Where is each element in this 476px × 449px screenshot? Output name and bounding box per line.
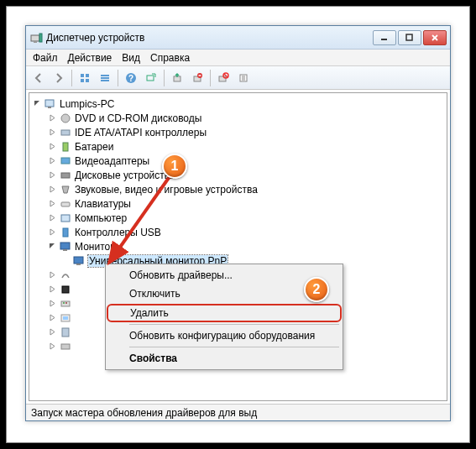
toolbar-update-driver-icon[interactable] <box>168 69 186 87</box>
svg-rect-0 <box>31 35 39 41</box>
expand-icon[interactable] <box>48 342 56 351</box>
close-button[interactable] <box>423 30 447 45</box>
svg-rect-44 <box>63 302 65 304</box>
toolbar-scan-icon[interactable] <box>142 69 160 87</box>
toolbar-forward[interactable] <box>50 69 68 87</box>
monitor-icon <box>72 254 86 268</box>
svg-rect-40 <box>74 257 83 264</box>
expand-icon[interactable] <box>48 314 56 322</box>
tree-item[interactable]: IDE ATA/ATAPI контроллеры <box>75 127 207 138</box>
tree-item[interactable]: Компьютер <box>75 212 127 224</box>
collapse-icon[interactable] <box>33 100 41 108</box>
device-category-icon <box>59 240 72 253</box>
svg-rect-1 <box>34 41 37 43</box>
device-category-icon <box>59 311 72 325</box>
device-category-icon <box>59 126 72 139</box>
tree-item[interactable]: Контроллеры USB <box>75 227 161 238</box>
svg-rect-29 <box>48 107 51 108</box>
svg-rect-49 <box>61 344 70 349</box>
svg-rect-32 <box>63 143 68 151</box>
window-title: Диспетчер устройств <box>46 32 373 44</box>
svg-rect-35 <box>61 202 70 206</box>
menu-help[interactable]: Справка <box>150 52 190 64</box>
expand-icon[interactable] <box>48 114 56 123</box>
status-bar: Запуск мастера обновления драйверов для … <box>26 404 450 420</box>
svg-rect-8 <box>86 74 89 77</box>
expand-icon[interactable] <box>48 171 56 180</box>
status-text: Запуск мастера обновления драйверов для … <box>31 407 257 419</box>
maximize-button[interactable] <box>398 30 421 45</box>
device-category-icon <box>59 169 72 182</box>
expand-icon[interactable] <box>48 300 56 308</box>
svg-text:?: ? <box>128 74 133 83</box>
ctx-delete[interactable]: Удалить <box>107 304 342 322</box>
expand-icon[interactable] <box>48 271 56 279</box>
ctx-properties[interactable]: Свойства <box>107 349 341 368</box>
expand-icon[interactable] <box>48 214 56 222</box>
collapse-icon[interactable] <box>48 243 56 251</box>
tree-item[interactable]: Батареи <box>75 141 113 153</box>
svg-rect-7 <box>81 74 84 77</box>
toolbar: ? <box>26 66 450 90</box>
device-manager-window: Диспетчер устройств Файл Действие Вид Сп… <box>25 25 451 421</box>
menu-view[interactable]: Вид <box>122 52 140 64</box>
toolbar-list-icon[interactable] <box>96 69 114 87</box>
device-category-icon <box>59 297 72 311</box>
device-category-icon <box>59 269 72 282</box>
device-category-icon <box>59 340 72 353</box>
svg-rect-13 <box>101 80 109 81</box>
toolbar-back[interactable] <box>29 69 48 87</box>
expand-icon[interactable] <box>48 200 56 208</box>
svg-rect-34 <box>61 173 70 178</box>
tree-item[interactable]: Клавиатуры <box>75 198 131 210</box>
device-category-icon <box>59 226 72 239</box>
device-category-icon <box>59 326 72 339</box>
toolbar-help-icon[interactable]: ? <box>122 69 140 87</box>
device-category-icon <box>59 140 72 154</box>
device-category-icon <box>59 197 72 211</box>
device-category-icon <box>59 183 72 196</box>
ctx-scan-hardware[interactable]: Обновить конфигурацию оборудования <box>107 326 341 345</box>
svg-rect-9 <box>81 79 84 82</box>
menu-action[interactable]: Действие <box>68 52 112 64</box>
svg-rect-10 <box>86 79 89 82</box>
ctx-separator <box>129 324 339 325</box>
device-category-icon <box>59 283 72 296</box>
tree-item[interactable]: Мониторы <box>75 241 123 253</box>
svg-rect-31 <box>61 130 70 135</box>
menu-file[interactable]: Файл <box>33 52 58 64</box>
app-icon <box>29 31 43 44</box>
svg-rect-47 <box>63 316 68 320</box>
svg-rect-4 <box>406 34 412 40</box>
expand-icon[interactable] <box>48 185 56 194</box>
svg-rect-28 <box>45 100 54 107</box>
toolbar-props-icon[interactable] <box>234 69 253 87</box>
expand-icon[interactable] <box>48 328 56 337</box>
device-tree[interactable]: Lumpics-PC DVD и CD-ROM дисководы IDE AT… <box>29 92 447 401</box>
toolbar-uninstall-icon[interactable] <box>188 69 207 87</box>
tree-item[interactable]: Дисковые устройства <box>75 170 175 181</box>
svg-rect-21 <box>219 76 226 81</box>
expand-icon[interactable] <box>48 157 56 165</box>
tree-item[interactable]: Звуковые, видео и игровые устройства <box>75 184 258 196</box>
titlebar: Диспетчер устройств <box>26 26 450 50</box>
menubar: Файл Действие Вид Справка <box>26 50 450 66</box>
minimize-button[interactable] <box>373 30 396 45</box>
expand-icon[interactable] <box>48 143 56 151</box>
svg-rect-38 <box>60 243 70 249</box>
svg-rect-39 <box>63 249 67 251</box>
expand-icon[interactable] <box>48 228 56 237</box>
svg-rect-42 <box>62 286 69 293</box>
tree-root[interactable]: Lumpics-PC <box>60 98 114 110</box>
annotation-badge-1: 1 <box>162 154 187 179</box>
expand-icon[interactable] <box>48 285 56 294</box>
device-category-icon <box>59 154 72 168</box>
expand-icon[interactable] <box>48 128 56 137</box>
ctx-separator <box>129 347 339 347</box>
tree-item[interactable]: DVD и CD-ROM дисководы <box>75 112 201 124</box>
svg-rect-45 <box>65 302 67 304</box>
device-category-icon <box>59 112 72 125</box>
toolbar-tree-icon[interactable] <box>76 69 94 87</box>
toolbar-refresh-icon[interactable] <box>214 69 233 87</box>
tree-item[interactable]: Видеоадаптеры <box>75 155 149 167</box>
